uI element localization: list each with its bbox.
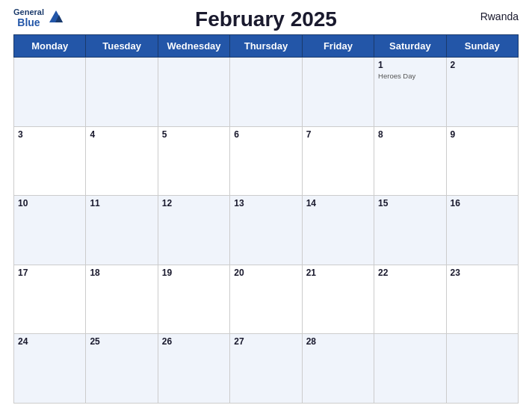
day-number: 11	[90, 198, 153, 208]
weekday-monday: Monday	[14, 35, 86, 58]
day-cell-feb13: 13	[230, 196, 302, 265]
day-number: 18	[90, 268, 153, 278]
day-cell-feb16: 16	[446, 196, 518, 265]
logo-mountain-icon	[48, 9, 64, 25]
day-cell-feb24: 24	[14, 334, 86, 404]
day-number: 8	[378, 129, 442, 140]
day-cell-empty2	[446, 334, 518, 404]
day-number: 27	[234, 336, 297, 347]
calendar-week-2: 3 4 5 6 7 8 9	[14, 126, 519, 196]
holiday-label: Heroes Day	[378, 72, 442, 80]
weekday-tuesday: Tuesday	[86, 35, 158, 58]
day-number: 15	[378, 198, 442, 208]
day-number: 1	[378, 60, 442, 70]
day-cell-feb18: 18	[86, 265, 158, 334]
logo-blue-text: Blue	[17, 17, 40, 28]
day-number: 12	[162, 198, 226, 208]
day-cell-feb10: 10	[14, 196, 86, 265]
day-number: 17	[18, 268, 81, 278]
day-number: 5	[162, 129, 226, 140]
logo: General Blue	[13, 7, 64, 29]
day-cell-feb3: 3	[14, 126, 86, 196]
day-cell-empty1	[374, 334, 446, 404]
day-number: 25	[90, 336, 153, 347]
calendar-week-5: 24 25 26 27 28	[14, 334, 519, 404]
day-number: 28	[306, 336, 370, 347]
day-cell-feb2: 2	[446, 58, 518, 127]
day-cell-feb8: 8	[374, 126, 446, 196]
day-number: 2	[451, 60, 514, 70]
calendar-body: 1 Heroes Day 2 3 4 5 6 7 8 9 10 11 12 13…	[14, 58, 519, 404]
day-number: 6	[234, 129, 297, 140]
day-number: 23	[451, 268, 514, 278]
day-cell-feb9: 9	[446, 126, 518, 196]
day-cell-feb27: 27	[230, 334, 302, 404]
calendar-table: Monday Tuesday Wednesday Thursday Friday…	[13, 34, 519, 404]
day-cell-feb28: 28	[302, 334, 374, 404]
calendar-weekdays-header: Monday Tuesday Wednesday Thursday Friday…	[14, 35, 519, 58]
day-number: 19	[162, 268, 226, 278]
day-cell-feb5: 5	[158, 126, 229, 196]
day-number: 21	[306, 268, 370, 278]
day-cell-feb20: 20	[230, 265, 302, 334]
day-cell-feb25: 25	[86, 334, 158, 404]
calendar-week-3: 10 11 12 13 14 15 16	[14, 196, 519, 265]
day-cell	[86, 58, 158, 127]
day-cell-feb6: 6	[230, 126, 302, 196]
calendar-week-1: 1 Heroes Day 2	[14, 58, 519, 127]
day-number: 7	[306, 129, 370, 140]
day-number: 9	[451, 129, 514, 140]
day-cell-feb19: 19	[158, 265, 229, 334]
day-cell-feb14: 14	[302, 196, 374, 265]
day-number: 26	[162, 336, 226, 347]
day-number: 14	[306, 198, 370, 208]
day-cell-feb11: 11	[86, 196, 158, 265]
day-cell	[14, 58, 86, 127]
day-cell	[158, 58, 229, 127]
day-number: 16	[451, 198, 514, 208]
day-number: 13	[234, 198, 297, 208]
day-number: 24	[18, 336, 81, 347]
weekday-wednesday: Wednesday	[158, 35, 229, 58]
day-cell-feb1: 1 Heroes Day	[374, 58, 446, 127]
day-number: 20	[234, 268, 297, 278]
day-cell-feb26: 26	[158, 334, 229, 404]
day-cell-feb22: 22	[374, 265, 446, 334]
page-title: February 2025	[195, 7, 337, 31]
calendar-header: General Blue February 2025 Rwanda	[13, 7, 519, 31]
day-cell-feb15: 15	[374, 196, 446, 265]
country-label: Rwanda	[480, 10, 519, 22]
weekday-saturday: Saturday	[374, 35, 446, 58]
day-cell	[230, 58, 302, 127]
day-cell-feb7: 7	[302, 126, 374, 196]
day-cell-feb17: 17	[14, 265, 86, 334]
day-number: 22	[378, 268, 442, 278]
day-number: 4	[90, 129, 153, 140]
calendar-week-4: 17 18 19 20 21 22 23	[14, 265, 519, 334]
day-number: 10	[18, 198, 81, 208]
day-cell	[302, 58, 374, 127]
day-cell-feb12: 12	[158, 196, 229, 265]
weekday-sunday: Sunday	[446, 35, 518, 58]
day-cell-feb21: 21	[302, 265, 374, 334]
weekday-header-row: Monday Tuesday Wednesday Thursday Friday…	[14, 35, 519, 58]
weekday-friday: Friday	[302, 35, 374, 58]
weekday-thursday: Thursday	[230, 35, 302, 58]
day-number: 3	[18, 129, 81, 140]
day-cell-feb23: 23	[446, 265, 518, 334]
day-cell-feb4: 4	[86, 126, 158, 196]
